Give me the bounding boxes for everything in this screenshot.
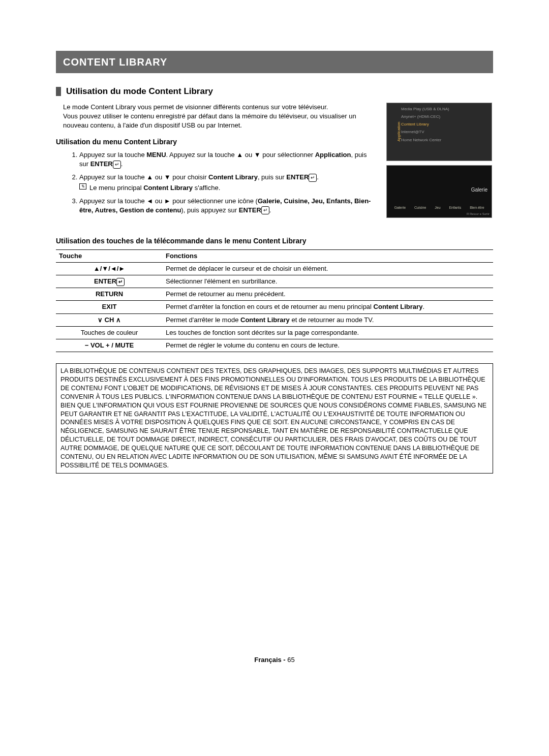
step-1: Appuyez sur la touche MENU. Appuyez sur … (79, 150, 377, 169)
table-row: EXIT Permet d'arrêter la fonction en cou… (56, 301, 493, 313)
step1-enter-label: ENTER (90, 160, 113, 168)
key-enter-label: ENTER (94, 277, 116, 285)
table-header-key: Touche (56, 249, 163, 262)
step-3: Appuyez sur la touche ◄ ou ► pour sélect… (79, 197, 377, 215)
enter-icon: ↵ (113, 161, 121, 169)
thumb-bienetre: Bien-être (470, 205, 484, 210)
enter-icon: ↵ (116, 278, 125, 286)
remote-keys-table: Touche Fonctions ▲/▼/◄/► Permet de dépla… (56, 249, 493, 353)
fn-enter: Sélectionner l'élément en surbrillance. (163, 275, 493, 288)
fn-exit-b: Content Library (374, 303, 423, 310)
fn-exit-c: . (422, 303, 424, 310)
step2-note-b: Content Library (143, 184, 193, 192)
step2-note-c: s'affiche. (193, 184, 220, 192)
section-title-text: Utilisation du mode Content Library (66, 85, 213, 98)
key-arrows: ▲/▼/◄/► (56, 262, 163, 275)
footer-lang: Français - (254, 656, 287, 664)
screen1-item-internettv: Internet@TV (401, 129, 449, 135)
step1-text-b: . Appuyez sur la touche ▲ ou ▼ pour séle… (166, 151, 315, 159)
intro-line-2: Vous pouvez utiliser le contenu enregist… (63, 112, 377, 130)
step3-text-a: Appuyez sur la touche ◄ ou ► pour sélect… (79, 197, 258, 205)
key-vol-mute: − VOL + / MUTE (56, 339, 163, 352)
sub-heading-usage: Utilisation du menu Content Library (56, 137, 377, 147)
step2-note: Le menu principal Content Library s'affi… (89, 183, 220, 193)
page-footer: Français - 65 (0, 655, 549, 665)
key-return: RETURN (56, 288, 163, 301)
step1-menu: MENU (146, 151, 166, 159)
screen1-item-homenetwork: Home Network Center (401, 137, 449, 143)
table-row: ENTER↵ Sélectionner l'élément en surbril… (56, 275, 493, 288)
key-ch: ∨ CH ∧ (56, 313, 163, 326)
fn-ch-a: Permet d'arrêter le mode (166, 316, 240, 324)
thumb-galerie: Galerie (394, 205, 406, 210)
step2-text-b: , puis sur (258, 173, 286, 181)
step2-note-a: Le menu principal (89, 184, 143, 192)
step1-text-a: Appuyez sur la touche (79, 151, 146, 159)
fn-exit: Permet d'arrêter la fonction en cours et… (163, 301, 493, 313)
fn-return: Permet de retourner au menu précédent. (163, 288, 493, 301)
screen2-title: Galerie (471, 186, 487, 194)
enter-icon: ↵ (261, 206, 269, 214)
note-icon: ✎ (79, 183, 86, 190)
screen1-menu: Media Play (USB & DLNA) Anynet+ (HDMI-CE… (401, 106, 449, 143)
step3-enter-label: ENTER (239, 206, 261, 214)
fn-color: Les touches de fonction sont décrites su… (163, 326, 493, 339)
menu-screenshot-1: Application Media Play (USB & DLNA) Anyn… (386, 103, 492, 161)
menu-screenshot-2: Galerie Galerie Cuisine Jeu Enfants Bien… (386, 165, 492, 218)
key-color: Touches de couleur (56, 326, 163, 339)
fn-arrows: Permet de déplacer le curseur et de choi… (163, 262, 493, 275)
step3-text-b: ), puis appuyez sur (181, 206, 238, 214)
fn-ch-b: Content Library (240, 316, 290, 324)
key-enter: ENTER↵ (56, 275, 163, 288)
fn-vol-mute: Permet de régler le volume du contenu en… (163, 339, 493, 352)
key-exit: EXIT (56, 301, 163, 313)
table-row: ▲/▼/◄/► Permet de déplacer le curseur et… (56, 262, 493, 275)
screen2-thumb-row: Galerie Cuisine Jeu Enfants Bien-être (387, 205, 492, 210)
chapter-banner: CONTENT LIBRARY (56, 51, 493, 73)
thumb-cuisine: Cuisine (414, 205, 426, 210)
thumb-enfants: Enfants (449, 205, 461, 210)
footer-page-number: 65 (287, 656, 294, 664)
step2-cl: Content Library (208, 173, 258, 181)
table-header-function: Fonctions (163, 249, 493, 262)
screen1-item-media: Media Play (USB & DLNA) (401, 106, 449, 112)
table-row: − VOL + / MUTE Permet de régler le volum… (56, 339, 493, 352)
table-row: RETURN Permet de retourner au menu précé… (56, 288, 493, 301)
table-row: Touches de couleur Les touches de foncti… (56, 326, 493, 339)
enter-icon: ↵ (309, 174, 317, 182)
step2-enter-label: ENTER (286, 173, 309, 181)
fn-exit-a: Permet d'arrêter la fonction en cours et… (166, 303, 374, 310)
screen1-item-anynet: Anynet+ (HDMI-CEC) (401, 114, 449, 119)
intro-line-1: Le mode Content Library vous permet de v… (63, 103, 377, 112)
fn-ch-c: et de retourner au mode TV. (290, 316, 374, 324)
thumb-jeu: Jeu (435, 205, 440, 210)
table-row: ∨ CH ∧ Permet d'arrêter le mode Content … (56, 313, 493, 326)
step2-text-a: Appuyez sur la touche ▲ ou ▼ pour choisi… (79, 173, 208, 181)
step-2: Appuyez sur la touche ▲ ou ▼ pour choisi… (79, 173, 377, 192)
remote-sub-heading: Utilisation des touches de la télécomman… (56, 236, 493, 246)
section-title: Utilisation du mode Content Library (56, 85, 493, 98)
screen1-item-content-library: Content Library (401, 121, 449, 127)
disclaimer-box: LA BIBLIOTHÈQUE DE CONTENUS CONTIENT DES… (56, 363, 493, 474)
step1-application: Application (315, 151, 351, 159)
fn-ch: Permet d'arrêter le mode Content Library… (163, 313, 493, 326)
screen2-footer: R Retour e Sortir (467, 212, 490, 216)
